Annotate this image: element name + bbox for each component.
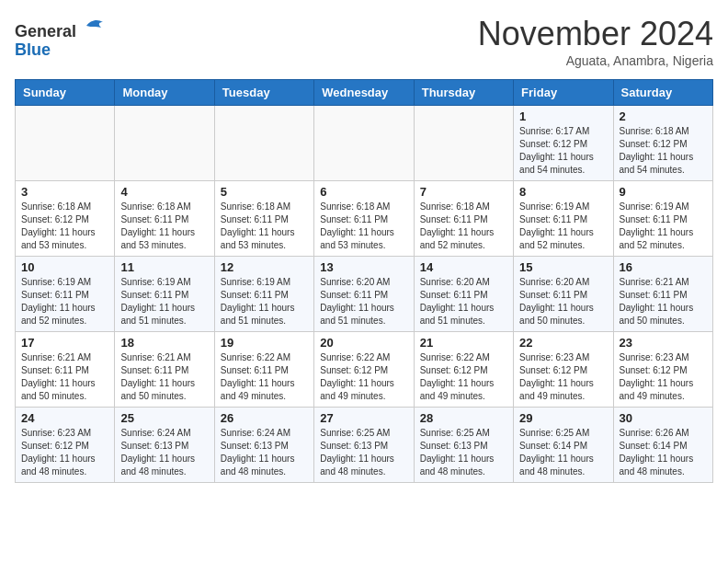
calendar-cell: 22Sunrise: 6:23 AM Sunset: 6:12 PM Dayli… — [514, 332, 613, 408]
calendar-cell: 2Sunrise: 6:18 AM Sunset: 6:12 PM Daylig… — [613, 106, 712, 181]
day-info: Sunrise: 6:25 AM Sunset: 6:14 PM Dayligh… — [519, 427, 607, 478]
calendar-cell — [214, 106, 313, 181]
day-number: 20 — [320, 336, 407, 350]
calendar-cell: 1Sunrise: 6:17 AM Sunset: 6:12 PM Daylig… — [514, 106, 613, 181]
calendar-cell: 10Sunrise: 6:19 AM Sunset: 6:11 PM Dayli… — [16, 257, 115, 332]
day-number: 13 — [320, 260, 407, 274]
day-info: Sunrise: 6:18 AM Sunset: 6:12 PM Dayligh… — [620, 125, 707, 177]
calendar-cell: 26Sunrise: 6:24 AM Sunset: 6:13 PM Dayli… — [214, 408, 313, 483]
day-info: Sunrise: 6:19 AM Sunset: 6:11 PM Dayligh… — [519, 201, 607, 252]
day-number: 23 — [620, 336, 707, 350]
calendar-header-row: SundayMondayTuesdayWednesdayThursdayFrid… — [16, 80, 713, 106]
title-block: November 2024 Aguata, Anambra, Nigeria — [478, 15, 713, 68]
calendar-week-row: 10Sunrise: 6:19 AM Sunset: 6:11 PM Dayli… — [16, 257, 713, 332]
calendar-cell: 12Sunrise: 6:19 AM Sunset: 6:11 PM Dayli… — [214, 257, 313, 332]
day-number: 12 — [221, 260, 308, 274]
calendar-cell — [115, 106, 214, 181]
day-info: Sunrise: 6:18 AM Sunset: 6:11 PM Dayligh… — [420, 201, 507, 252]
day-info: Sunrise: 6:26 AM Sunset: 6:14 PM Dayligh… — [620, 427, 707, 478]
weekday-header: Sunday — [16, 80, 115, 106]
day-info: Sunrise: 6:19 AM Sunset: 6:11 PM Dayligh… — [120, 276, 208, 327]
calendar-cell: 25Sunrise: 6:24 AM Sunset: 6:13 PM Dayli… — [115, 408, 214, 483]
day-number: 25 — [120, 411, 208, 425]
weekday-header: Tuesday — [214, 80, 313, 106]
logo-blue: Blue — [15, 40, 51, 59]
weekday-header: Saturday — [613, 80, 712, 106]
logo-general: General — [15, 22, 76, 40]
day-info: Sunrise: 6:18 AM Sunset: 6:11 PM Dayligh… — [221, 201, 308, 252]
day-info: Sunrise: 6:17 AM Sunset: 6:12 PM Dayligh… — [519, 125, 607, 177]
day-number: 27 — [320, 411, 407, 425]
day-info: Sunrise: 6:21 AM Sunset: 6:11 PM Dayligh… — [620, 276, 707, 327]
day-info: Sunrise: 6:22 AM Sunset: 6:12 PM Dayligh… — [420, 351, 507, 403]
day-number: 22 — [519, 336, 607, 350]
day-info: Sunrise: 6:19 AM Sunset: 6:11 PM Dayligh… — [221, 276, 308, 327]
calendar-cell: 13Sunrise: 6:20 AM Sunset: 6:11 PM Dayli… — [314, 257, 414, 332]
day-number: 28 — [420, 411, 507, 425]
day-number: 11 — [120, 260, 208, 274]
day-info: Sunrise: 6:20 AM Sunset: 6:11 PM Dayligh… — [519, 276, 607, 327]
day-info: Sunrise: 6:22 AM Sunset: 6:11 PM Dayligh… — [221, 351, 308, 403]
day-info: Sunrise: 6:20 AM Sunset: 6:11 PM Dayligh… — [320, 276, 407, 327]
day-number: 18 — [120, 336, 208, 350]
day-number: 16 — [620, 260, 707, 274]
logo-bird-icon — [83, 15, 105, 37]
day-number: 15 — [519, 260, 607, 274]
calendar-table: SundayMondayTuesdayWednesdayThursdayFrid… — [15, 79, 713, 483]
day-number: 6 — [320, 185, 407, 199]
calendar-cell: 4Sunrise: 6:18 AM Sunset: 6:11 PM Daylig… — [115, 181, 214, 257]
day-info: Sunrise: 6:18 AM Sunset: 6:12 PM Dayligh… — [21, 201, 108, 252]
day-info: Sunrise: 6:25 AM Sunset: 6:13 PM Dayligh… — [420, 427, 507, 478]
calendar-week-row: 1Sunrise: 6:17 AM Sunset: 6:12 PM Daylig… — [16, 106, 713, 181]
calendar-cell: 18Sunrise: 6:21 AM Sunset: 6:11 PM Dayli… — [115, 332, 214, 408]
day-number: 21 — [420, 336, 507, 350]
weekday-header: Friday — [514, 80, 613, 106]
calendar-cell: 21Sunrise: 6:22 AM Sunset: 6:12 PM Dayli… — [414, 332, 513, 408]
calendar-cell: 8Sunrise: 6:19 AM Sunset: 6:11 PM Daylig… — [514, 181, 613, 257]
day-info: Sunrise: 6:24 AM Sunset: 6:13 PM Dayligh… — [120, 427, 208, 478]
weekday-header: Thursday — [414, 80, 513, 106]
calendar-cell: 7Sunrise: 6:18 AM Sunset: 6:11 PM Daylig… — [414, 181, 513, 257]
calendar-cell — [414, 106, 513, 181]
calendar-cell: 14Sunrise: 6:20 AM Sunset: 6:11 PM Dayli… — [414, 257, 513, 332]
calendar-cell: 17Sunrise: 6:21 AM Sunset: 6:11 PM Dayli… — [16, 332, 115, 408]
day-number: 26 — [221, 411, 308, 425]
calendar-week-row: 3Sunrise: 6:18 AM Sunset: 6:12 PM Daylig… — [16, 181, 713, 257]
day-number: 19 — [221, 336, 308, 350]
day-number: 30 — [620, 411, 707, 425]
day-number: 10 — [21, 260, 108, 274]
day-number: 3 — [21, 185, 108, 199]
day-info: Sunrise: 6:23 AM Sunset: 6:12 PM Dayligh… — [620, 351, 707, 403]
calendar-cell: 6Sunrise: 6:18 AM Sunset: 6:11 PM Daylig… — [314, 181, 414, 257]
day-number: 14 — [420, 260, 507, 274]
calendar-cell: 19Sunrise: 6:22 AM Sunset: 6:11 PM Dayli… — [214, 332, 313, 408]
calendar-cell: 3Sunrise: 6:18 AM Sunset: 6:12 PM Daylig… — [16, 181, 115, 257]
calendar-cell: 20Sunrise: 6:22 AM Sunset: 6:12 PM Dayli… — [314, 332, 414, 408]
page-header: General Blue November 2024 Aguata, Anamb… — [15, 15, 713, 68]
month-title: November 2024 — [478, 15, 713, 53]
calendar-cell: 24Sunrise: 6:23 AM Sunset: 6:12 PM Dayli… — [16, 408, 115, 483]
day-info: Sunrise: 6:21 AM Sunset: 6:11 PM Dayligh… — [21, 351, 108, 403]
day-number: 4 — [120, 185, 208, 199]
day-number: 17 — [21, 336, 108, 350]
day-info: Sunrise: 6:24 AM Sunset: 6:13 PM Dayligh… — [221, 427, 308, 478]
day-info: Sunrise: 6:21 AM Sunset: 6:11 PM Dayligh… — [120, 351, 208, 403]
calendar-cell: 30Sunrise: 6:26 AM Sunset: 6:14 PM Dayli… — [613, 408, 712, 483]
day-info: Sunrise: 6:18 AM Sunset: 6:11 PM Dayligh… — [120, 201, 208, 252]
day-number: 5 — [221, 185, 308, 199]
calendar-week-row: 24Sunrise: 6:23 AM Sunset: 6:12 PM Dayli… — [16, 408, 713, 483]
day-info: Sunrise: 6:19 AM Sunset: 6:11 PM Dayligh… — [620, 201, 707, 252]
day-number: 7 — [420, 185, 507, 199]
day-number: 8 — [519, 185, 607, 199]
location: Aguata, Anambra, Nigeria — [478, 53, 713, 68]
weekday-header: Monday — [115, 80, 214, 106]
calendar-cell: 27Sunrise: 6:25 AM Sunset: 6:13 PM Dayli… — [314, 408, 414, 483]
day-number: 29 — [519, 411, 607, 425]
day-number: 9 — [620, 185, 707, 199]
day-info: Sunrise: 6:23 AM Sunset: 6:12 PM Dayligh… — [519, 351, 607, 403]
day-info: Sunrise: 6:20 AM Sunset: 6:11 PM Dayligh… — [420, 276, 507, 327]
day-info: Sunrise: 6:19 AM Sunset: 6:11 PM Dayligh… — [21, 276, 108, 327]
calendar-cell: 16Sunrise: 6:21 AM Sunset: 6:11 PM Dayli… — [613, 257, 712, 332]
day-info: Sunrise: 6:23 AM Sunset: 6:12 PM Dayligh… — [21, 427, 108, 478]
calendar-cell: 5Sunrise: 6:18 AM Sunset: 6:11 PM Daylig… — [214, 181, 313, 257]
